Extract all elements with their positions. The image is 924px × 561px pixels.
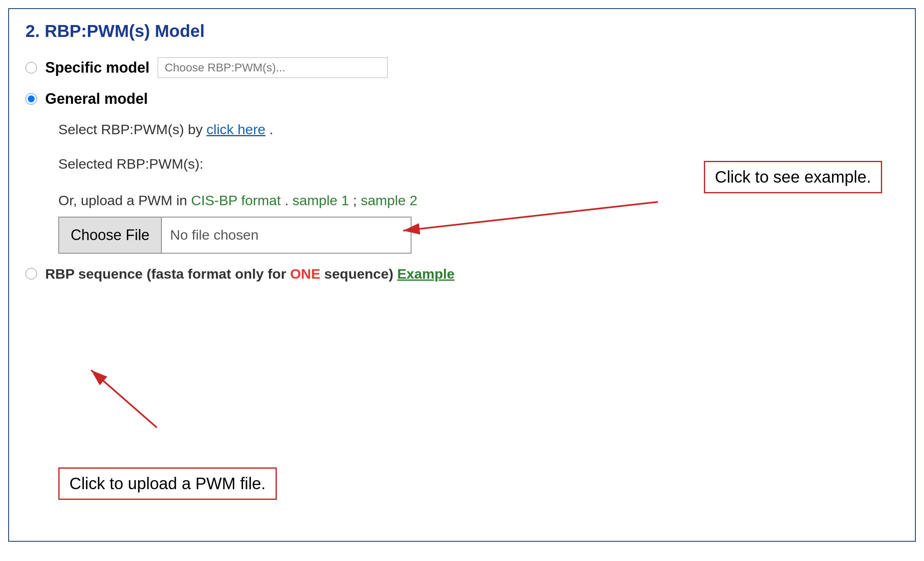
no-file-text: No file chosen [162,227,258,243]
see-example-annotation: Click to see example. [704,161,882,193]
specific-model-label: Specific model [45,59,149,76]
specific-model-row: Specific model [25,57,899,78]
main-container: 2. RBP:PWM(s) Model Specific model Gener… [8,8,916,542]
rbp-sequence-row: RBP sequence (fasta format only for ONE … [25,266,899,282]
svg-line-2 [91,370,157,428]
sample1-link[interactable]: sample 1 [292,192,349,208]
select-rbp-prefix: Select RBP:PWM(s) by [58,121,207,137]
click-here-link[interactable]: click here [207,121,266,137]
semicolon: ; [353,192,361,208]
general-model-label: General model [45,90,148,108]
section-title: 2. RBP:PWM(s) Model [25,21,899,41]
rbp-example-link[interactable]: Example [397,266,455,282]
one-text: ONE [290,266,320,282]
choose-file-button[interactable]: Choose File [59,218,162,253]
upload-prefix: Or, upload a PWM in [58,192,191,208]
general-model-radio[interactable] [25,93,37,105]
selected-rbp-text: Selected RBP:PWM(s): [58,156,203,172]
rbp-sequence-radio[interactable] [25,268,37,279]
pwm-select-input[interactable] [158,57,388,78]
select-rbp-row: Select RBP:PWM(s) by click here . [58,120,899,140]
rbp-seq-suffix: sequence) [320,266,397,282]
general-model-row: General model [25,90,899,108]
upload-row: Or, upload a PWM in CIS-BP format . samp… [58,192,899,208]
upload-space: . [285,192,292,208]
cis-bp-format-link[interactable]: CIS-BP format [191,192,281,208]
sample2-link[interactable]: sample 2 [361,192,417,208]
rbp-sequence-label: RBP sequence (fasta format only for ONE … [45,266,455,282]
upload-pwm-annotation: Click to upload a PWM file. [58,467,277,500]
select-rbp-period: . [269,121,273,137]
rbp-seq-prefix: RBP sequence (fasta format only for [45,266,290,282]
specific-model-radio[interactable] [25,62,37,73]
file-input-row: Choose File No file chosen [58,217,411,254]
